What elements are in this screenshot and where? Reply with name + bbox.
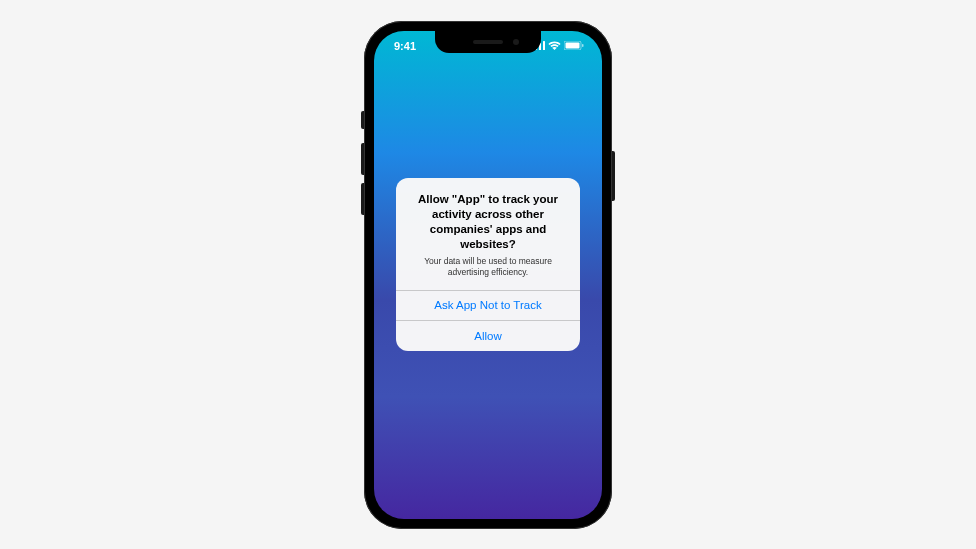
status-time: 9:41: [390, 40, 416, 52]
mute-switch: [361, 111, 364, 129]
alert-overlay: Allow "App" to track your activity acros…: [374, 31, 602, 519]
svg-rect-3: [543, 41, 545, 50]
alert-message: Your data will be used to measure advert…: [408, 256, 568, 278]
power-button: [612, 151, 615, 201]
allow-button[interactable]: Allow: [396, 321, 580, 351]
battery-icon: [564, 41, 584, 50]
phone-side-buttons-left: [361, 111, 364, 223]
alert-body: Allow "App" to track your activity acros…: [396, 178, 580, 290]
svg-rect-6: [582, 44, 584, 47]
volume-down-button: [361, 183, 364, 215]
display-notch: [435, 31, 541, 53]
front-camera: [513, 39, 519, 45]
speaker-grille: [473, 40, 503, 44]
svg-rect-5: [566, 43, 580, 49]
iphone-device-frame: 9:41: [364, 21, 612, 529]
alert-title: Allow "App" to track your activity acros…: [408, 192, 568, 252]
phone-screen: 9:41: [374, 31, 602, 519]
ask-not-to-track-button[interactable]: Ask App Not to Track: [396, 290, 580, 320]
wifi-icon: [548, 41, 561, 50]
volume-up-button: [361, 143, 364, 175]
tracking-permission-alert: Allow "App" to track your activity acros…: [396, 178, 580, 351]
